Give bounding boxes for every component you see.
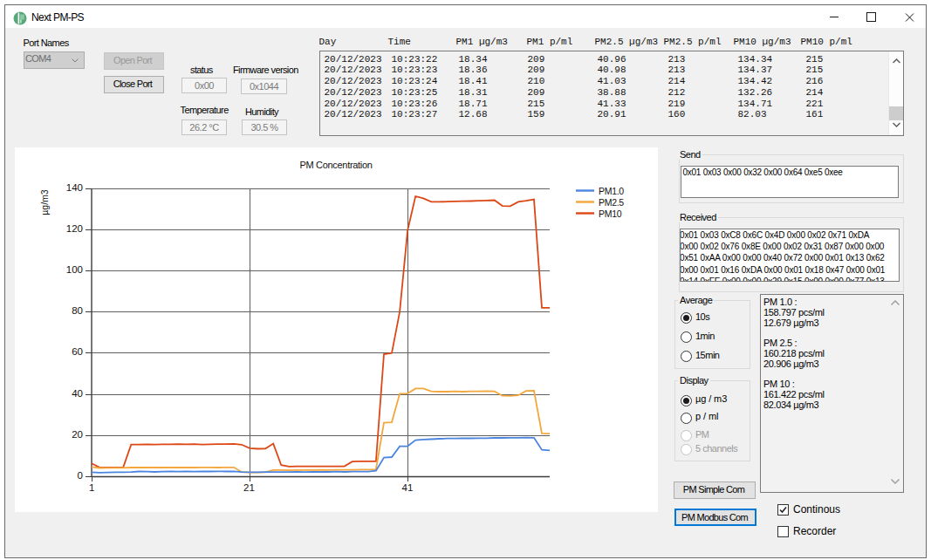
svg-text:21: 21 xyxy=(243,482,255,493)
svg-text:140: 140 xyxy=(66,182,83,193)
svg-text:1: 1 xyxy=(89,482,94,493)
svg-text:41: 41 xyxy=(402,482,414,493)
svg-text:PM Concentration: PM Concentration xyxy=(299,160,372,170)
svg-text:0: 0 xyxy=(78,470,83,481)
svg-text:120: 120 xyxy=(66,223,83,234)
svg-text:PM1.0: PM1.0 xyxy=(599,186,624,196)
svg-text:PM10: PM10 xyxy=(599,208,622,219)
svg-text:PM2.5: PM2.5 xyxy=(599,197,624,208)
svg-text:40: 40 xyxy=(72,388,83,399)
svg-text:60: 60 xyxy=(72,346,83,357)
svg-text:µg/m3: µg/m3 xyxy=(39,189,50,215)
svg-text:20: 20 xyxy=(72,429,83,440)
svg-text:100: 100 xyxy=(66,264,83,275)
svg-text:80: 80 xyxy=(72,305,83,316)
